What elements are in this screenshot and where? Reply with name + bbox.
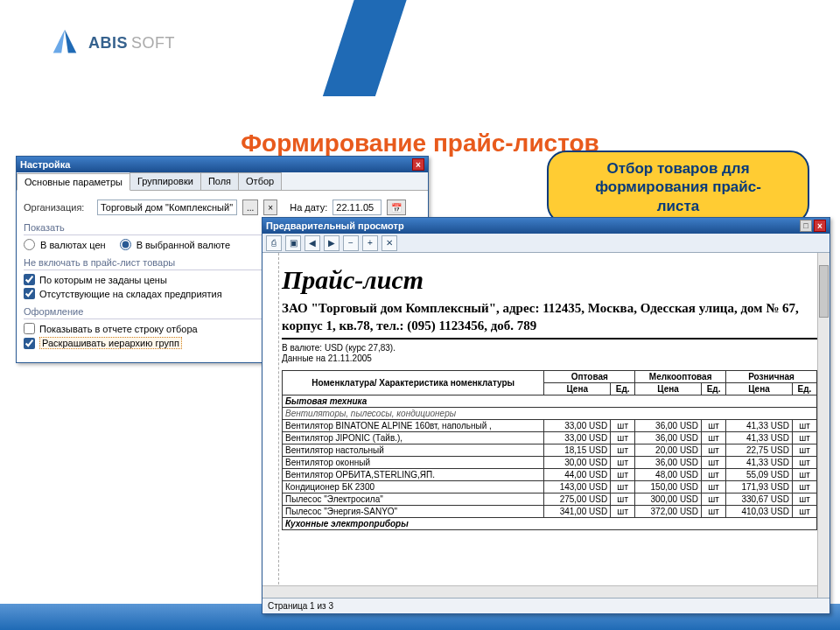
brand-logo: ABISSOFT (48, 26, 175, 60)
settings-tabs: Основные параметры Группировки Поля Отбо… (17, 172, 428, 191)
col-unit: Ед. (611, 383, 635, 396)
prev-page-icon[interactable]: ◀ (304, 235, 320, 251)
zoom-in-icon[interactable]: + (362, 235, 378, 251)
margin-guide (278, 253, 279, 598)
chk-show-filter[interactable] (24, 323, 35, 334)
col-price: Цена (544, 383, 611, 396)
next-page-icon[interactable]: ▶ (324, 235, 340, 251)
col-group-small: Мелкооптовая (635, 371, 726, 383)
table-row: Вентилятор BINATONE ALPINE 160вт, наполь… (283, 420, 817, 432)
decor-slash (323, 0, 412, 96)
currency-line: В валюте: USD (курс 27,83). (282, 343, 817, 353)
tab-grouping[interactable]: Группировки (130, 172, 201, 190)
callout-line: формирования прайс- (561, 178, 795, 196)
callout-line: листа (561, 197, 795, 215)
preview-titlebar[interactable]: Предварительный просмотр □ × (262, 218, 830, 234)
table-row: Вентилятор настольный18,15 USDшт20,00 US… (283, 444, 817, 457)
col-group-retail: Розничная (726, 371, 817, 383)
col-nomenclature: Номенклатура/ Характеристика номенклатур… (283, 371, 544, 396)
chk-no-stock[interactable] (24, 288, 35, 299)
radio-currency-prices[interactable] (24, 239, 35, 250)
callout-line: Отбор товаров для (561, 159, 795, 178)
org-browse-button[interactable]: ... (242, 200, 258, 215)
tab-filter[interactable]: Отбор (238, 172, 282, 190)
col-unit: Ед. (792, 383, 816, 396)
table-row: Вентилятор оконный30,00 USDшт36,00 USDшт… (283, 457, 817, 469)
date-line: Данные на 21.11.2005 (282, 354, 817, 363)
horizontal-scrollbar[interactable] (262, 585, 817, 598)
maximize-icon[interactable]: □ (800, 220, 812, 232)
col-price: Цена (635, 383, 702, 396)
chk-label: Раскрашивать иерархию групп (39, 337, 182, 349)
preview-title: Предварительный просмотр (266, 220, 404, 231)
table-row: Вентилятор JIPONIC (Тайв.),33,00 USDшт36… (283, 432, 817, 444)
col-group-opt: Оптовая (544, 371, 635, 383)
company-address: ЗАО "Торговый дом Комплексный", адрес: 1… (282, 300, 817, 340)
org-label: Организация: (24, 202, 92, 213)
preview-window: Предварительный просмотр □ × ⎙ ▣ ◀ ▶ − +… (262, 217, 830, 614)
vertical-scrollbar[interactable] (817, 253, 830, 598)
col-price: Цена (726, 383, 793, 396)
table-row: Пылесос "Энергия-SANYO"341,00 USDшт372,0… (283, 506, 817, 518)
date-input[interactable] (332, 200, 382, 215)
chk-colorize[interactable] (24, 338, 35, 349)
radio-label: В выбранной валюте (136, 240, 230, 250)
page-indicator: Страница 1 из 3 (268, 601, 333, 611)
close-icon[interactable]: × (814, 220, 826, 232)
chk-label: Показывать в отчете строку отбора (39, 324, 198, 334)
zoom-out-icon[interactable]: − (343, 235, 359, 251)
chk-no-price[interactable] (24, 274, 35, 285)
settings-title: Настройка (20, 159, 70, 170)
chk-label: По которым не заданы цены (39, 275, 167, 285)
print-icon[interactable]: ⎙ (266, 235, 282, 251)
radio-selected-currency[interactable] (120, 239, 131, 250)
subgroup-row: Вентиляторы, пылесосы, кондиционеры (283, 408, 817, 420)
brand-name: ABIS (88, 34, 128, 52)
date-label: На дату: (290, 202, 327, 213)
table-row: Пылесос "Электросила"275,00 USDшт300,00 … (283, 494, 817, 506)
page-setup-icon[interactable]: ▣ (285, 235, 301, 251)
tab-fields[interactable]: Поля (200, 172, 239, 190)
doc-title: Прайс-лист (282, 265, 817, 295)
table-row: Вентилятор ОРБИТА,STERLING,ЯП.44,00 USDш… (283, 469, 817, 481)
price-table: Номенклатура/ Характеристика номенклатур… (282, 370, 817, 530)
statusbar: Страница 1 из 3 (262, 598, 830, 613)
col-unit: Ед. (702, 383, 726, 396)
org-clear-button[interactable]: × (263, 200, 277, 215)
callout-bubble: Отбор товаров для формирования прайс- ли… (547, 150, 809, 224)
calendar-icon[interactable] (387, 200, 406, 215)
preview-toolbar: ⎙ ▣ ◀ ▶ − + ✕ (262, 234, 830, 253)
radio-label: В валютах цен (40, 240, 106, 250)
close-preview-icon[interactable]: ✕ (382, 235, 397, 251)
close-icon[interactable]: × (412, 158, 424, 171)
brand-suffix: SOFT (131, 34, 175, 52)
org-input[interactable] (97, 200, 237, 215)
table-row: Кондиционер БК 2300143,00 USDшт150,00 US… (283, 481, 817, 494)
group-row: Бытовая техника (283, 396, 817, 408)
tab-main[interactable]: Основные параметры (17, 173, 130, 191)
document-viewport[interactable]: Прайс-лист ЗАО "Торговый дом Комплексный… (262, 253, 830, 598)
logo-icon (48, 26, 81, 60)
chk-label: Отсутствующие на складах предприятия (39, 289, 222, 299)
settings-titlebar[interactable]: Настройка × (17, 157, 428, 172)
group-row: Кухонные электроприборы (283, 518, 817, 530)
